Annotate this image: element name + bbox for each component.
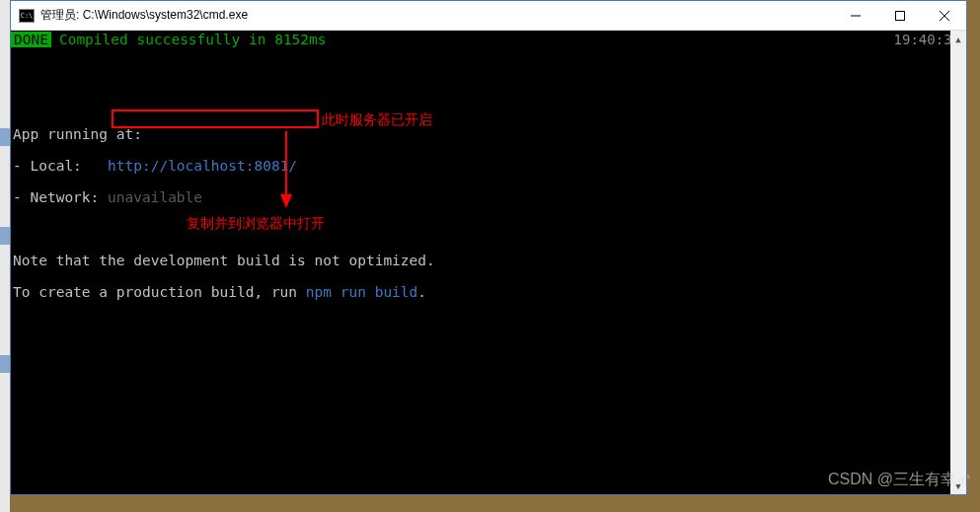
minimize-button[interactable] xyxy=(833,1,877,30)
scrollbar[interactable]: ▲ ▼ xyxy=(950,31,966,494)
svg-rect-1 xyxy=(895,11,904,20)
status-line: DONE Compiled successfully in 8152ms xyxy=(11,31,966,47)
watermark: CSDN @三生有幸㎡ xyxy=(828,470,972,490)
close-button[interactable] xyxy=(922,1,966,30)
note-prefix: To create a production build, run xyxy=(13,284,306,300)
blank-line xyxy=(13,63,964,79)
note-line-1: Note that the development build is not o… xyxy=(13,253,964,268)
local-line: - Local: http://localhost:8081/ xyxy=(13,158,964,174)
network-line: - Network: unavailable xyxy=(13,189,964,205)
cmd-icon: C:\ xyxy=(19,9,35,23)
local-label: - Local: xyxy=(13,158,108,174)
blank-line xyxy=(13,95,964,110)
network-label: - Network: xyxy=(13,189,108,205)
npm-command: npm run build xyxy=(306,284,418,300)
running-label: App running at: xyxy=(13,126,964,142)
annotation-server-started: 此时服务器已开启 xyxy=(322,111,432,129)
cmd-window: C:\ 管理员: C:\Windows\system32\cmd.exe DON… xyxy=(10,0,967,495)
done-badge: DONE xyxy=(11,32,51,47)
annotation-copy-open: 复制并到浏览器中打开 xyxy=(187,215,325,233)
minimize-icon xyxy=(851,11,861,21)
scroll-up-button[interactable]: ▲ xyxy=(950,31,966,47)
blank-line xyxy=(13,221,964,237)
close-icon xyxy=(940,11,949,21)
compiled-message: Compiled successfully in 8152ms xyxy=(59,32,327,47)
maximize-button[interactable] xyxy=(877,1,922,30)
background-strip xyxy=(0,0,10,512)
maximize-icon xyxy=(895,11,905,21)
titlebar[interactable]: C:\ 管理员: C:\Windows\system32\cmd.exe xyxy=(11,1,966,31)
terminal-body: App running at: - Local: http://localhos… xyxy=(11,47,966,331)
terminal-output[interactable]: DONE Compiled successfully in 8152ms 19:… xyxy=(11,31,966,494)
local-url[interactable]: http://localhost:8081/ xyxy=(108,158,297,174)
note-suffix: . xyxy=(417,284,426,300)
note-line-2: To create a production build, run npm ru… xyxy=(13,284,964,300)
scroll-track[interactable] xyxy=(950,47,966,477)
window-title: 管理员: C:\Windows\system32\cmd.exe xyxy=(40,7,833,24)
window-controls xyxy=(833,1,966,30)
network-value: unavailable xyxy=(108,189,202,205)
